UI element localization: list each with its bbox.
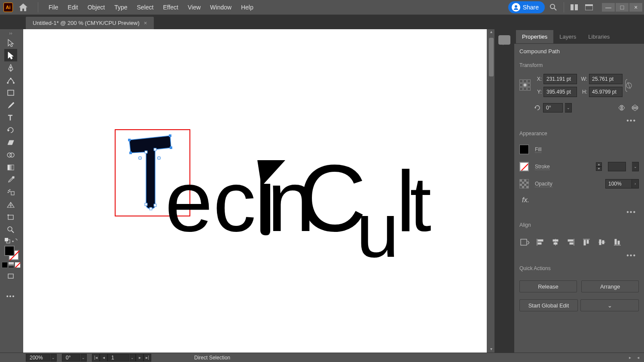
hscroll-right-icon[interactable]: ▸ bbox=[625, 355, 635, 360]
svg-point-7 bbox=[10, 67, 12, 68]
align-top-icon[interactable] bbox=[581, 237, 592, 247]
align-left-icon[interactable] bbox=[535, 237, 545, 247]
search-icon[interactable] bbox=[547, 1, 559, 13]
home-icon[interactable] bbox=[16, 0, 30, 14]
menu-select[interactable]: Select bbox=[133, 2, 158, 13]
y-input[interactable] bbox=[543, 87, 577, 97]
direct-selection-tool[interactable] bbox=[4, 49, 17, 61]
draw-inside-icon[interactable] bbox=[15, 262, 21, 268]
menu-effect[interactable]: Effect bbox=[159, 2, 183, 13]
menu-window[interactable]: Window bbox=[206, 2, 236, 13]
artboard-tool[interactable] bbox=[4, 211, 17, 223]
eyedropper-tool[interactable] bbox=[4, 173, 17, 186]
menu-type[interactable]: Type bbox=[110, 2, 131, 13]
rectangle-tool[interactable] bbox=[4, 86, 17, 99]
transform-more-icon[interactable]: ••• bbox=[626, 117, 636, 125]
last-artboard-icon[interactable]: ▸| bbox=[143, 354, 151, 362]
arrange-button[interactable]: Arrange bbox=[581, 280, 639, 292]
stroke-weight-dropdown[interactable]: ⌄ bbox=[632, 162, 639, 171]
prev-artboard-icon[interactable]: ◂ bbox=[100, 354, 107, 362]
fill-swatch[interactable] bbox=[519, 145, 529, 154]
rotation-dropdown[interactable]: ⌄ bbox=[80, 354, 87, 362]
hscroll-left-icon[interactable]: ◂ bbox=[637, 355, 644, 360]
flip-vertical-icon[interactable] bbox=[631, 104, 639, 111]
perspective-tool[interactable] bbox=[4, 198, 17, 211]
align-to-selector[interactable] bbox=[519, 237, 530, 247]
shape-builder-tool[interactable] bbox=[4, 149, 17, 161]
align-vcenter-icon[interactable] bbox=[597, 237, 607, 247]
default-fill-stroke-icon[interactable] bbox=[11, 237, 18, 244]
stroke-label[interactable]: Stroke bbox=[535, 164, 550, 170]
flip-horizontal-icon[interactable] bbox=[618, 104, 626, 111]
selection-tool[interactable] bbox=[4, 37, 17, 49]
symbol-sprayer-tool[interactable] bbox=[4, 186, 17, 198]
gradient-tool[interactable] bbox=[4, 161, 17, 173]
align-hcenter-icon[interactable] bbox=[550, 237, 561, 247]
draw-normal-icon[interactable] bbox=[2, 262, 8, 268]
opacity-label[interactable]: Opacity bbox=[535, 181, 552, 187]
x-input[interactable] bbox=[543, 74, 577, 84]
share-button[interactable]: Share bbox=[508, 1, 545, 13]
artboard[interactable]: e c n C u l t bbox=[23, 29, 487, 353]
global-edit-dropdown[interactable]: ⌄ bbox=[580, 299, 639, 311]
comments-icon[interactable] bbox=[498, 35, 510, 45]
h-input[interactable] bbox=[589, 87, 623, 97]
menu-view[interactable]: View bbox=[183, 2, 205, 13]
pen-tool[interactable] bbox=[4, 61, 17, 74]
svg-rect-58 bbox=[553, 240, 558, 241]
tab-properties[interactable]: Properties bbox=[516, 30, 553, 43]
start-global-edit-button[interactable]: Start Global Edit bbox=[519, 299, 578, 311]
artboard-dropdown[interactable]: ⌄ bbox=[129, 354, 136, 362]
align-bottom-icon[interactable] bbox=[612, 237, 623, 247]
stroke-weight-select[interactable] bbox=[608, 162, 626, 171]
stroke-swatch[interactable] bbox=[519, 162, 529, 171]
draw-behind-icon[interactable] bbox=[8, 262, 14, 268]
curvature-tool[interactable] bbox=[4, 74, 17, 86]
window-close[interactable]: × bbox=[629, 3, 642, 12]
close-tab-icon[interactable]: × bbox=[144, 20, 147, 26]
rotate-tool[interactable] bbox=[4, 124, 17, 136]
constrain-proportions-icon[interactable] bbox=[625, 77, 633, 94]
artboard-number-field[interactable]: 1 bbox=[107, 354, 129, 362]
menu-edit[interactable]: Edit bbox=[64, 2, 82, 13]
w-input[interactable] bbox=[589, 74, 623, 84]
rotation-field[interactable]: 0° bbox=[62, 354, 80, 362]
fill-label[interactable]: Fill bbox=[535, 146, 541, 153]
workspace-icon[interactable] bbox=[583, 1, 595, 13]
first-artboard-icon[interactable]: |◂ bbox=[92, 354, 100, 362]
fill-stroke-swatch[interactable] bbox=[4, 246, 19, 260]
arrange-docs-icon[interactable] bbox=[568, 1, 580, 13]
rotation-input[interactable] bbox=[543, 103, 563, 113]
tab-libraries[interactable]: Libraries bbox=[582, 30, 616, 43]
edit-toolbar-icon[interactable]: ••• bbox=[4, 290, 17, 302]
next-artboard-icon[interactable]: ▸ bbox=[136, 354, 143, 362]
fx-button[interactable]: fx. bbox=[522, 196, 639, 204]
opacity-input[interactable] bbox=[605, 179, 632, 189]
zoom-field[interactable]: 200% bbox=[26, 354, 50, 362]
zoom-dropdown[interactable]: ⌄ bbox=[50, 354, 57, 362]
stroke-weight-stepper[interactable]: ▴▾ bbox=[596, 162, 602, 171]
vertical-scrollbar[interactable]: ▴ ▾ bbox=[488, 29, 494, 353]
align-right-icon[interactable] bbox=[566, 237, 576, 247]
window-minimize[interactable]: — bbox=[602, 3, 615, 12]
menu-object[interactable]: Object bbox=[83, 2, 109, 13]
type-tool[interactable]: T bbox=[4, 111, 17, 124]
menu-help[interactable]: Help bbox=[237, 2, 258, 13]
opacity-dropdown[interactable]: › bbox=[632, 179, 639, 189]
appearance-more-icon[interactable]: ••• bbox=[626, 208, 636, 216]
tab-layers[interactable]: Layers bbox=[553, 30, 582, 43]
release-button[interactable]: Release bbox=[519, 280, 577, 292]
window-maximize[interactable]: □ bbox=[616, 3, 629, 12]
reference-point-selector[interactable] bbox=[519, 79, 531, 91]
fill-stroke-swap-icon[interactable] bbox=[4, 237, 11, 244]
paintbrush-tool[interactable] bbox=[4, 99, 17, 111]
opacity-swatch[interactable] bbox=[519, 179, 529, 189]
document-tab[interactable]: Untitled-1* @ 200 % (CMYK/CPU Preview) × bbox=[26, 17, 154, 29]
eraser-tool[interactable] bbox=[4, 136, 17, 149]
menu-file[interactable]: File bbox=[44, 2, 63, 13]
zoom-tool[interactable] bbox=[4, 223, 17, 236]
rotation-preset-dropdown[interactable]: ⌄ bbox=[565, 103, 572, 113]
align-more-icon[interactable]: ••• bbox=[626, 252, 636, 259]
tools-expand-icon[interactable]: ›› bbox=[9, 30, 12, 36]
screen-mode-icon[interactable] bbox=[4, 270, 17, 282]
